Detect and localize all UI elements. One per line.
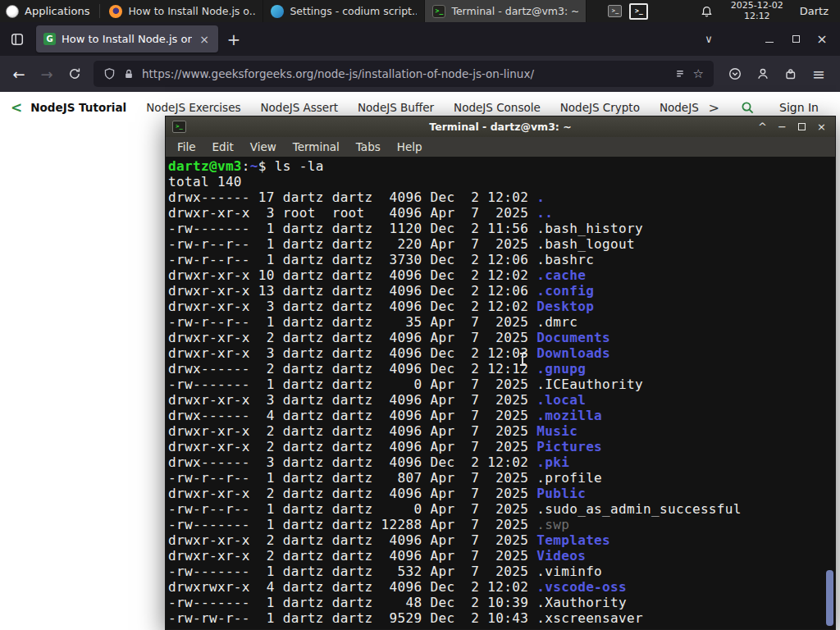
menu-view[interactable]: View <box>242 139 285 155</box>
taskbar-item-title: How to Install Node.js o... <box>128 5 255 17</box>
clock[interactable]: 2025-12-02 12:12 <box>723 1 792 21</box>
panel-separator <box>99 4 100 18</box>
pocket-button[interactable] <box>722 61 748 87</box>
url-text: https://www.geeksforgeeks.org/node-js/in… <box>142 67 666 80</box>
forward-button[interactable]: → <box>33 60 61 88</box>
sign-in-button[interactable]: Sign In <box>766 101 840 114</box>
maximize-button[interactable] <box>795 120 809 134</box>
subnav-item-console[interactable]: NodeJS Console <box>454 101 541 114</box>
minimize-button[interactable] <box>756 27 783 52</box>
user-name: Dartz <box>800 5 829 17</box>
panel-status-area: 2025-12-02 12:12 Dartz <box>691 0 840 22</box>
clock-date: 2025-12-02 <box>731 1 783 11</box>
firefox-icon <box>109 5 122 18</box>
menu-edit[interactable]: Edit <box>204 139 242 155</box>
menu-help[interactable]: Help <box>389 139 431 155</box>
tray-terminal-window-icon[interactable]: >_ <box>629 3 648 20</box>
maximize-icon <box>798 123 806 130</box>
reload-icon <box>68 67 81 80</box>
applications-icon <box>6 5 19 18</box>
subnav-item-tutorial[interactable]: NodeJS Tutorial <box>30 101 126 114</box>
app-menu-button[interactable]: ≡ <box>806 61 832 87</box>
address-bar[interactable]: https://www.geeksforgeeks.org/node-js/in… <box>94 61 714 87</box>
tab-title: How to Install Node.js on... <box>62 33 192 45</box>
applications-label: Applications <box>25 5 89 17</box>
subnav-right: > Sign In <box>699 100 840 116</box>
taskbar-item-title: Terminal - dartz@vm3: ~ <box>451 5 578 17</box>
mouse-text-cursor <box>522 354 523 365</box>
codium-icon <box>271 5 284 18</box>
taskbar-item-terminal[interactable]: >_ Terminal - dartz@vm3: ~ <box>425 0 587 22</box>
close-button[interactable]: × <box>815 120 829 134</box>
reload-button[interactable] <box>61 60 89 88</box>
firefox-view-icon <box>11 33 24 46</box>
terminal-window-controls: ^ − × <box>756 120 829 134</box>
firefox-view-button[interactable] <box>5 27 30 52</box>
bell-icon <box>701 5 713 18</box>
menu-terminal[interactable]: Terminal <box>285 139 348 155</box>
subnav-item-assert[interactable]: NodeJS Assert <box>260 101 338 114</box>
taskbar-item-codium[interactable]: Settings - codium script... <box>263 0 425 22</box>
terminal-window: >_ Terminal - dartz@vm3: ~ ^ − × File Ed… <box>165 116 836 630</box>
desktop: Applications How to Install Node.js o...… <box>0 0 840 630</box>
minimize-button[interactable]: − <box>775 120 789 134</box>
reader-mode-icon[interactable] <box>673 68 686 80</box>
maximize-button[interactable] <box>783 27 809 52</box>
tray-terminal-icon[interactable]: >_ <box>608 5 622 17</box>
terminal-titlebar: >_ Terminal - dartz@vm3: ~ ^ − × <box>166 116 835 137</box>
subnav-item-buffer[interactable]: NodeJS Buffer <box>358 101 434 114</box>
applications-menu-button[interactable]: Applications <box>0 0 98 22</box>
subnav-scroll-left-icon[interactable]: < <box>0 99 30 116</box>
terminal-menubar: File Edit View Terminal Tabs Help <box>166 137 835 157</box>
taskbar-item-title: Settings - codium script... <box>290 5 417 17</box>
system-tray: >_ >_ <box>608 0 648 22</box>
subnav-items: NodeJS Tutorial NodeJS Exercises NodeJS … <box>30 101 698 114</box>
tab-close-icon[interactable]: × <box>198 33 211 46</box>
top-panel: Applications How to Install Node.js o...… <box>0 0 840 22</box>
tracking-protection-shield-icon[interactable] <box>103 67 116 80</box>
site-search-button[interactable] <box>729 101 766 115</box>
subnav-item-crypto[interactable]: NodeJS Crypto <box>560 101 640 114</box>
search-icon <box>741 101 755 115</box>
extensions-puzzle-icon <box>784 67 797 80</box>
terminal-screen[interactable]: dartz@vm3:~$ ls -la total 140 drwx------… <box>166 157 835 629</box>
pocket-icon <box>728 67 742 80</box>
notifications-button[interactable] <box>691 5 723 18</box>
terminal-window-icon: >_ <box>172 121 186 133</box>
minimize-icon <box>765 42 774 43</box>
menu-file[interactable]: File <box>169 139 204 155</box>
terminal-icon: >_ <box>432 5 445 18</box>
subnav-scroll-right-icon[interactable]: > <box>699 100 729 116</box>
lock-icon[interactable] <box>123 68 135 80</box>
subnav-item-exercises[interactable]: NodeJS Exercises <box>146 101 240 114</box>
extensions-button[interactable] <box>778 61 804 87</box>
terminal-scrollbar-thumb[interactable] <box>826 570 833 626</box>
back-button[interactable]: ← <box>5 60 33 88</box>
close-button[interactable]: × <box>809 27 835 52</box>
bookmark-star-icon[interactable]: ☆ <box>693 66 704 81</box>
terminal-window-title: Terminal - dartz@vm3: ~ <box>166 121 835 133</box>
window-controls: × <box>756 27 835 52</box>
browser-tab[interactable]: G How to Install Node.js on... × <box>36 25 218 52</box>
browser-tab-bar: G How to Install Node.js on... × + ∨ × <box>0 22 840 56</box>
maximize-icon <box>792 35 800 43</box>
terminal-output[interactable]: dartz@vm3:~$ ls -la total 140 drwx------… <box>166 157 835 626</box>
shade-button[interactable]: ^ <box>756 120 769 134</box>
new-tab-button[interactable]: + <box>221 27 246 52</box>
clock-time: 12:12 <box>744 11 770 22</box>
menu-tabs[interactable]: Tabs <box>348 139 389 155</box>
user-menu-button[interactable]: Dartz <box>792 5 840 17</box>
browser-toolbar: ← → https://www.geeksforgeeks.org/node-j… <box>0 56 840 92</box>
tab-favicon: G <box>43 33 56 45</box>
subnav-item-dns[interactable]: NodeJS DNS <box>660 101 699 114</box>
taskbar-item-browser[interactable]: How to Install Node.js o... <box>102 0 263 22</box>
account-icon <box>756 67 769 80</box>
list-all-tabs-button[interactable]: ∨ <box>697 28 720 51</box>
account-button[interactable] <box>750 61 776 87</box>
toolbar-right-icons: ≡ <box>722 61 832 87</box>
